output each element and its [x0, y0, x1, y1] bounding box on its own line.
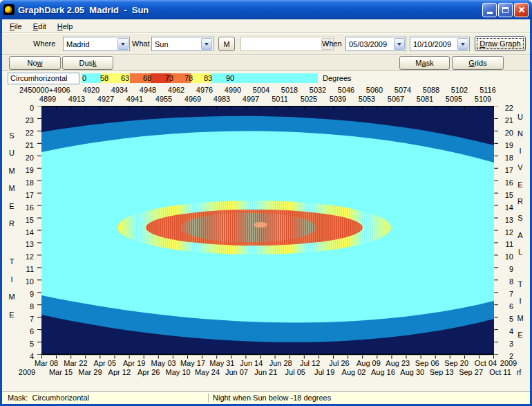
date-tick-label: Jul 19 — [314, 368, 334, 376]
m-button[interactable]: M — [218, 37, 235, 51]
menubar: File Edit Help — [2, 19, 530, 33]
julian-tick-label: 5060 — [366, 86, 383, 94]
axis-letter: E — [9, 311, 14, 319]
titlebar[interactable]: GraphDark 2.05 Madrid - Sun — [0, 0, 532, 19]
axis-letter: T — [10, 257, 15, 266]
draw-graph-button[interactable]: Draw Graph — [475, 36, 526, 51]
menu-file[interactable]: File — [4, 21, 28, 32]
legend-tick-labels: 058636873788390 — [82, 73, 318, 83]
hour-tick-label: 4 — [30, 352, 34, 360]
julian-tick-label: 4948 — [140, 86, 156, 94]
date-tick-label: Apr 26 — [137, 368, 160, 376]
date-tick-label: Jul 12 — [300, 359, 320, 367]
hour-tick-label: 8 — [509, 277, 513, 286]
date-tick-label: Jun 07 — [225, 368, 248, 376]
grids-button[interactable]: Grids — [452, 56, 504, 70]
graph-panel: Circumhorizontal 058636873788390 Degrees… — [2, 71, 530, 391]
hour-tick-label: 8 — [30, 302, 34, 311]
date-from-combobox[interactable]: 05/03/2009 — [345, 37, 406, 51]
julian-tick-label: 5053 — [359, 95, 375, 103]
now-button[interactable]: Now — [9, 56, 61, 70]
legend-tick-label: 68 — [143, 73, 151, 83]
hour-tick-label: 20 — [26, 154, 34, 162]
hour-tick-label: 3 — [509, 340, 513, 348]
hour-tick-label: 15 — [26, 216, 34, 224]
where-label: Where — [33, 39, 55, 48]
julian-tick-label: 4969 — [184, 95, 201, 103]
axis-letter: T — [518, 280, 523, 288]
dropdown-arrow-icon[interactable] — [201, 38, 212, 50]
julian-tick-label: 5011 — [272, 95, 288, 103]
date-tick-label: May 10 — [166, 368, 191, 376]
date-tick-label: Sep 20 — [444, 359, 468, 367]
julian-tick-label: 4927 — [97, 95, 114, 103]
date-tick-label: Mar 29 — [78, 368, 102, 376]
date-tick-label: Aug 30 — [400, 368, 424, 376]
hour-tick-label: 5 — [509, 315, 513, 323]
hour-tick-label: 17 — [26, 191, 34, 199]
date-tick-label: Jun 14 — [240, 359, 263, 367]
legend-tick-label: 58 — [100, 73, 108, 83]
close-icon — [517, 6, 526, 14]
hour-tick-label: 10 — [505, 252, 513, 261]
left-tick-marks — [37, 107, 41, 355]
what-combobox[interactable]: Sun — [151, 37, 213, 51]
footnote-label: rf — [517, 368, 522, 376]
date-tick-label: Oct 04 — [475, 359, 497, 367]
darkness-graph — [37, 106, 498, 359]
dropdown-arrow-icon[interactable] — [457, 38, 468, 50]
action-button-row: Now Dusk Mask Grids — [2, 55, 530, 71]
mask-button[interactable]: Mask — [399, 56, 450, 70]
axis-letter: N — [517, 129, 523, 138]
date-tick-label: Sep 06 — [415, 359, 439, 367]
dusk-button[interactable]: Dusk — [62, 56, 113, 70]
date-tick-label: May 31 — [209, 359, 234, 367]
where-combobox[interactable]: Madrid — [63, 37, 130, 51]
date-tick-label: Apr 12 — [108, 368, 131, 376]
menu-help[interactable]: Help — [52, 21, 79, 32]
menu-edit[interactable]: Edit — [28, 21, 52, 32]
maximize-button[interactable] — [498, 3, 513, 17]
axis-letter: M — [8, 184, 15, 192]
julian-tick-label: 5032 — [310, 86, 326, 94]
date-to-combobox[interactable]: 10/10/2009 — [410, 37, 470, 51]
hour-tick-label: 9 — [509, 265, 513, 273]
date-tick-label: Jul 05 — [285, 368, 305, 376]
hour-tick-label: 23 — [26, 116, 34, 124]
julian-tick-label: 5018 — [281, 86, 298, 94]
julian-tick-label: 5081 — [417, 95, 433, 103]
mask-field[interactable]: Circumhorizontal — [8, 73, 79, 84]
date-tick-label: Jun 21 — [254, 368, 277, 376]
extra-combobox[interactable] — [240, 37, 334, 51]
minimize-button[interactable] — [482, 3, 497, 17]
date-tick-label: Aug 09 — [357, 359, 381, 367]
julian-tick-label: 5025 — [301, 95, 317, 103]
hour-tick-label: 12 — [505, 228, 513, 237]
hour-tick-label: 18 — [26, 178, 34, 187]
julian-tick-label: 5004 — [253, 86, 269, 94]
julian-prefix-label: 2450000+4906 — [19, 86, 70, 94]
julian-tick-label: 5095 — [446, 95, 462, 103]
axis-letter: R — [9, 219, 15, 228]
dropdown-arrow-icon[interactable] — [117, 38, 129, 50]
plot-top-border — [41, 106, 494, 107]
axis-letter: S — [517, 214, 522, 222]
hour-tick-label: 21 — [26, 141, 34, 149]
hour-tick-label: 4 — [509, 327, 513, 335]
axis-letter: L — [518, 248, 522, 256]
julian-tick-label: 4983 — [213, 95, 230, 103]
hour-tick-label: 15 — [505, 191, 513, 199]
julian-tick-label: 5109 — [475, 95, 491, 103]
date-tick-label: Apr 05 — [94, 359, 116, 367]
hour-tick-label: 12 — [26, 252, 34, 261]
close-button[interactable] — [514, 3, 529, 17]
axis-letter: R — [517, 197, 523, 205]
arrow-glyph — [205, 43, 209, 48]
date-tick-label: Mar 15 — [49, 368, 73, 376]
statusbar-divider — [208, 394, 209, 403]
year-label-left: 2009 — [19, 368, 35, 376]
date-tick-label: Oct 11 — [489, 368, 511, 376]
date-tick-label: Aug 23 — [386, 359, 410, 367]
dropdown-arrow-icon[interactable] — [394, 38, 405, 50]
legend-tick-label: 0 — [82, 73, 86, 83]
